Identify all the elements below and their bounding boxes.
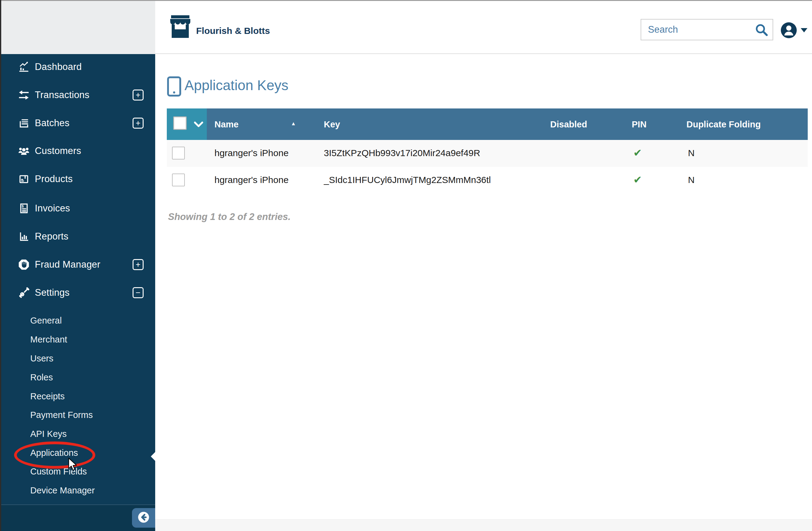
cell-duplicate-folding: N	[688, 148, 695, 158]
cell-key: _SIdc1IHFUCyl6JmwjTMg2ZSMmMn36tl	[324, 175, 491, 185]
select-all-cell	[167, 109, 207, 140]
column-header-duplicate-folding[interactable]: Duplicate Folding	[686, 119, 761, 130]
sidebar-item-label: Settings	[35, 287, 70, 298]
sidebar: Dashboard Transactions + Batches +	[0, 0, 155, 531]
cell-duplicate-folding: N	[688, 175, 695, 185]
search-box	[641, 19, 773, 40]
sidebar-item-label: Batches	[35, 118, 69, 129]
select-menu-chevron-icon[interactable]	[194, 121, 203, 129]
sidebar-subitem-receipts[interactable]: Receipts	[0, 387, 155, 406]
reports-barchart-icon	[17, 230, 31, 243]
table-row[interactable]: hgranger's iPhone _SIdc1IHFUCyl6JmwjTMg2…	[167, 167, 808, 194]
expand-toggle-icon[interactable]: +	[133, 89, 144, 101]
sidebar-item-label: Dashboard	[35, 61, 82, 72]
cell-name: hgranger's iPhone	[215, 148, 289, 158]
page-title: Application Keys	[185, 77, 288, 94]
window-left-edge	[0, 0, 1, 531]
expand-toggle-icon[interactable]: +	[133, 118, 144, 129]
sidebar-item-label: Transactions	[35, 89, 89, 101]
sidebar-subitem-device-manager[interactable]: Device Manager	[0, 481, 155, 500]
sidebar-item-invoices[interactable]: $ Invoices	[0, 194, 155, 223]
transactions-arrows-icon	[17, 88, 31, 102]
row-checkbox[interactable]	[172, 174, 185, 186]
user-menu-caret-icon[interactable]	[801, 28, 808, 32]
table-row[interactable]: hgranger's iPhone 3I5ZtKPzQHb993v17i20Mi…	[167, 140, 808, 167]
content-footer-strip	[155, 519, 812, 531]
brand-name: Flourish & Blotts	[196, 26, 318, 36]
sidebar-item-products[interactable]: Products	[0, 165, 155, 193]
sidebar-item-customers[interactable]: Customers	[0, 137, 155, 165]
sidebar-item-label: Invoices	[35, 203, 70, 214]
select-all-checkbox[interactable]	[173, 116, 187, 130]
sidebar-item-reports[interactable]: Reports	[0, 223, 155, 250]
brand[interactable]: Flourish & Blotts	[169, 0, 191, 54]
sidebar-item-settings[interactable]: Settings −	[0, 278, 155, 307]
user-avatar[interactable]	[781, 22, 797, 38]
dashboard-chart-icon	[17, 60, 31, 74]
sidebar-item-label: Products	[35, 174, 73, 185]
sidebar-subitem-api-keys[interactable]: API Keys	[0, 425, 155, 443]
sidebar-subitem-applications[interactable]: Applications	[0, 443, 155, 462]
page-root: Dashboard Transactions + Batches +	[0, 0, 812, 531]
column-header-name[interactable]: Name	[215, 119, 238, 130]
cell-name: hgranger's iPhone	[215, 175, 289, 185]
cell-key: 3I5ZtKPzQHb993v17i20Mir24a9ef49R	[324, 148, 480, 158]
entries-summary: Showing 1 to 2 of 2 entries.	[168, 212, 291, 223]
column-header-key[interactable]: Key	[324, 119, 340, 130]
sidebar-subitem-merchant[interactable]: Merchant	[0, 330, 155, 349]
sidebar-top-spacer	[0, 0, 155, 54]
window-top-edge	[0, 0, 812, 1]
sidebar-subitem-payment-forms[interactable]: Payment Forms	[0, 405, 155, 425]
sidebar-subitem-custom-fields[interactable]: Custom Fields	[0, 462, 155, 481]
row-checkbox[interactable]	[172, 147, 185, 159]
column-header-pin[interactable]: PIN	[632, 119, 647, 130]
sidebar-item-fraud-manager[interactable]: Fraud Manager +	[0, 250, 155, 278]
sidebar-subitem-general[interactable]: General	[0, 311, 155, 330]
sidebar-subitem-users[interactable]: Users	[0, 349, 155, 368]
batches-list-icon	[17, 116, 31, 130]
sidebar-item-label: Fraud Manager	[35, 259, 101, 270]
sidebar-subitem-roles[interactable]: Roles	[0, 368, 155, 387]
pin-check-icon: ✔	[633, 174, 642, 186]
sidebar-collapse-button[interactable]	[132, 508, 155, 528]
sidebar-item-batches[interactable]: Batches +	[0, 109, 155, 137]
settings-tools-icon	[17, 286, 31, 299]
collapse-toggle-icon[interactable]: −	[133, 287, 144, 298]
sidebar-item-dashboard[interactable]: Dashboard	[0, 53, 155, 81]
search-input[interactable]	[641, 19, 772, 40]
pin-check-icon: ✔	[633, 147, 642, 159]
customers-people-icon	[17, 144, 31, 158]
table-header: Name ▲ Key Disabled PIN Duplicate Foldin…	[167, 109, 808, 140]
sidebar-item-label: Customers	[35, 145, 81, 156]
sidebar-item-transactions[interactable]: Transactions +	[0, 81, 155, 109]
column-header-disabled[interactable]: Disabled	[550, 119, 587, 130]
application-keys-tablet-icon	[167, 76, 181, 97]
sort-ascending-icon[interactable]: ▲	[291, 121, 296, 127]
invoices-document-icon: $	[17, 202, 31, 215]
collapse-arrow-icon	[137, 511, 150, 525]
svg-text:$: $	[22, 204, 24, 208]
products-box-icon	[17, 172, 31, 186]
sidebar-item-label: Reports	[35, 231, 69, 242]
search-icon[interactable]	[755, 23, 768, 37]
storefront-logo-icon	[169, 14, 191, 40]
fraud-manager-hand-icon	[17, 258, 31, 271]
expand-toggle-icon[interactable]: +	[133, 259, 144, 270]
